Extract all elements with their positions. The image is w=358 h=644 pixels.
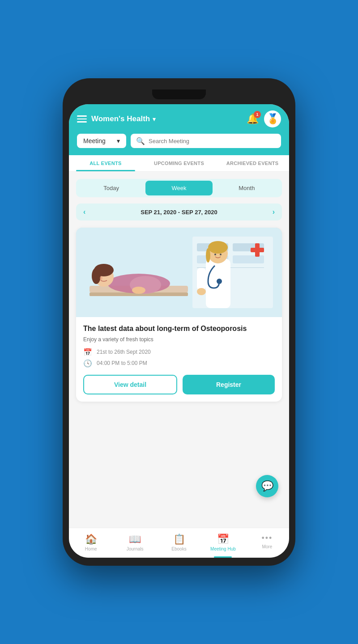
event-body: The latest data about long-term of Osteo… <box>76 317 282 402</box>
svg-rect-26 <box>255 243 260 257</box>
nav-label-ebooks: Ebooks <box>171 547 186 551</box>
search-input[interactable] <box>149 138 276 144</box>
header-title: Women's Health ▾ <box>91 114 156 123</box>
event-subtitle: Enjoy a variety of fresh topics <box>83 336 275 343</box>
tab-archived-events[interactable]: ARCHIEVED EVENTS <box>216 155 289 171</box>
more-icon: ••• <box>261 534 273 543</box>
nav-item-meeting-hub[interactable]: 📅 Meeting Hub <box>201 532 245 553</box>
nav-label-home: Home <box>85 547 97 551</box>
meeting-hub-icon: 📅 <box>217 534 229 545</box>
bottom-nav: 🏠 Home 📖 Journals 📋 Ebooks 📅 Meeting Hub… <box>69 528 289 558</box>
today-toggle-button[interactable]: Today <box>78 181 145 195</box>
nav-label-journals: Journals <box>127 547 144 551</box>
home-icon: 🏠 <box>85 534 97 545</box>
event-illustration <box>76 228 282 317</box>
tabs-row: ALL EVENTS UPCOMING EVENTS ARCHIEVED EVE… <box>69 155 289 172</box>
notification-badge: 1 <box>254 111 261 118</box>
nav-item-journals[interactable]: 📖 Journals <box>113 532 157 553</box>
phone-screen: Women's Health ▾ 🔔 1 🏅 Meeting ▾ <box>69 104 289 558</box>
journals-icon: 📖 <box>129 534 141 545</box>
date-range-text: SEP 21, 2020 - SEP 27, 2020 <box>141 209 217 216</box>
tab-all-events[interactable]: ALL EVENTS <box>69 155 142 171</box>
event-time-text: 04:00 PM to 5:00 PM <box>97 360 147 366</box>
nav-label-more: More <box>262 544 272 549</box>
tab-upcoming-events[interactable]: UPCOMING EVENTS <box>142 155 216 171</box>
prev-date-button[interactable]: ‹ <box>83 208 85 216</box>
event-date-row: 📅 21st to 26th Sept 2020 <box>83 348 275 356</box>
view-toggle: Today Week Month <box>76 179 282 197</box>
svg-point-18 <box>208 241 228 254</box>
svg-point-19 <box>206 248 210 263</box>
register-button[interactable]: Register <box>183 375 275 394</box>
content-area: Today Week Month ‹ SEP 21, 2020 - SEP 27… <box>69 172 289 528</box>
svg-point-24 <box>197 288 206 295</box>
view-detail-button[interactable]: View detail <box>83 375 177 394</box>
next-date-button[interactable]: › <box>273 208 275 216</box>
svg-point-20 <box>214 254 216 255</box>
event-actions: View detail Register <box>83 375 275 394</box>
svg-point-22 <box>217 279 222 284</box>
svg-point-21 <box>220 254 222 255</box>
clock-icon: 🕓 <box>83 359 92 368</box>
week-toggle-button[interactable]: Week <box>145 181 212 195</box>
search-input-wrapper: 🔍 <box>131 134 281 148</box>
user-avatar[interactable]: 🏅 <box>264 110 281 127</box>
date-nav: ‹ SEP 21, 2020 - SEP 27, 2020 › <box>76 203 282 220</box>
svg-point-15 <box>132 287 145 294</box>
nav-item-ebooks[interactable]: 📋 Ebooks <box>157 532 201 553</box>
nav-label-meeting-hub: Meeting Hub <box>210 547 236 551</box>
event-title: The latest data about long-term of Osteo… <box>83 324 275 334</box>
svg-rect-23 <box>197 268 206 290</box>
event-time-row: 🕓 04:00 PM to 5:00 PM <box>83 359 275 368</box>
chevron-down-icon[interactable]: ▾ <box>153 116 156 123</box>
month-toggle-button[interactable]: Month <box>213 181 280 195</box>
notification-bell[interactable]: 🔔 1 <box>247 113 259 125</box>
event-image <box>76 228 282 317</box>
nav-item-more[interactable]: ••• More <box>245 532 289 553</box>
ebooks-icon: 📋 <box>173 534 185 545</box>
category-dropdown[interactable]: Meeting ▾ <box>77 134 126 148</box>
phone-notch-area <box>69 86 289 102</box>
header-right: 🔔 1 🏅 <box>247 110 281 127</box>
chat-icon: 💬 <box>261 480 273 492</box>
app-title-text: Women's Health <box>91 114 150 123</box>
phone-shell: Women's Health ▾ 🔔 1 🏅 Meeting ▾ <box>63 78 295 566</box>
medal-icon: 🏅 <box>267 113 279 125</box>
app-header: Women's Health ▾ 🔔 1 🏅 <box>69 104 289 134</box>
search-area: Meeting ▾ 🔍 <box>69 134 289 155</box>
nav-item-home[interactable]: 🏠 Home <box>69 532 113 553</box>
event-card: The latest data about long-term of Osteo… <box>76 228 282 402</box>
event-meta: 📅 21st to 26th Sept 2020 🕓 04:00 PM to 5… <box>83 348 275 368</box>
calendar-icon: 📅 <box>83 348 92 356</box>
search-icon: 🔍 <box>136 137 145 145</box>
event-date-text: 21st to 26th Sept 2020 <box>97 349 151 355</box>
svg-point-13 <box>100 276 102 280</box>
hamburger-icon[interactable] <box>77 115 87 123</box>
svg-point-12 <box>92 268 101 284</box>
dropdown-label: Meeting <box>83 137 106 144</box>
dropdown-chevron-icon: ▾ <box>117 137 120 144</box>
chat-fab-button[interactable]: 💬 <box>256 475 278 497</box>
svg-rect-5 <box>233 255 264 263</box>
header-left: Women's Health ▾ <box>77 114 156 123</box>
phone-notch <box>152 89 206 99</box>
